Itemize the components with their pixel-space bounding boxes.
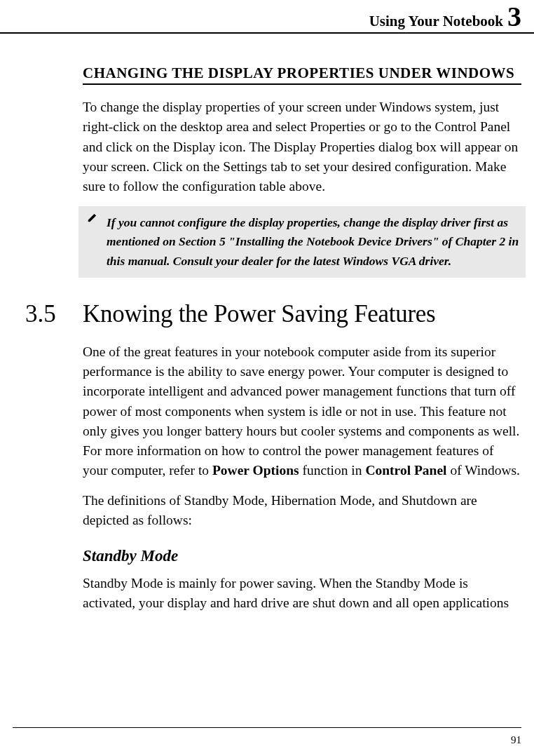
note-box: If you cannot configure the display prop…: [78, 206, 526, 277]
footer-rule: [13, 727, 521, 728]
paragraph-standby: Standby Mode is mainly for power saving.…: [83, 574, 521, 614]
chapter-number: 3: [507, 3, 521, 31]
paragraph-display-props: To change the display properties of your…: [83, 97, 521, 196]
bold-control-panel: Control Panel: [365, 463, 446, 478]
page-number: 91: [511, 734, 521, 746]
major-section-row: 3.5 Knowing the Power Saving Features: [13, 300, 521, 328]
paragraph-power-saving-2: The definitions of Standby Mode, Hiberna…: [83, 491, 521, 531]
paragraph-power-saving-1: One of the great features in your notebo…: [83, 342, 521, 481]
text-fragment: One of the great features in your notebo…: [83, 344, 519, 478]
pencil-note-icon: [87, 213, 97, 223]
section-number: 3.5: [13, 300, 83, 328]
section-heading-display-props: CHANGING THE DISPLAY PROPERTIES UNDER WI…: [83, 65, 521, 85]
note-text: If you cannot configure the display prop…: [107, 213, 520, 270]
section-title: Knowing the Power Saving Features: [83, 300, 435, 328]
header-text: Using Your Notebook: [369, 13, 503, 30]
subheading-standby: Standby Mode: [83, 547, 521, 565]
text-fragment: of Windows.: [447, 463, 520, 478]
text-fragment: function in: [299, 463, 366, 478]
bold-power-options: Power Options: [212, 463, 299, 478]
page-header: Using Your Notebook 3: [0, 0, 534, 34]
